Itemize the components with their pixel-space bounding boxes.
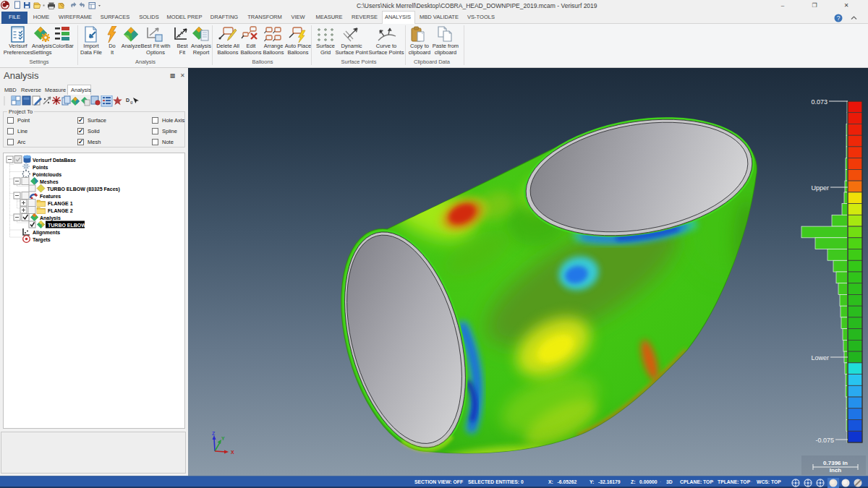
svg-text:FLANGE 2: FLANGE 2 bbox=[48, 208, 73, 213]
svg-text:Upper: Upper bbox=[811, 184, 829, 192]
svg-text:TURBO ELBOW: TURBO ELBOW bbox=[48, 223, 86, 228]
svg-text:0.7396 in: 0.7396 in bbox=[823, 460, 848, 466]
svg-text:Pointclouds: Pointclouds bbox=[33, 172, 61, 177]
svg-text:-0.075: -0.075 bbox=[815, 437, 834, 444]
svg-text:Lower: Lower bbox=[811, 354, 829, 361]
svg-text:Inch: Inch bbox=[830, 467, 842, 474]
svg-text:X: X bbox=[231, 450, 234, 455]
svg-text:Meshes: Meshes bbox=[40, 179, 59, 184]
svg-text:Z: Z bbox=[212, 431, 216, 436]
svg-text:Verisurf DataBase: Verisurf DataBase bbox=[33, 158, 76, 163]
svg-text:0.073: 0.073 bbox=[811, 98, 827, 106]
svg-text:Analysis: Analysis bbox=[40, 215, 61, 221]
svg-text:Alignments: Alignments bbox=[33, 230, 60, 236]
svg-text:D: D bbox=[126, 98, 129, 103]
svg-text:Points: Points bbox=[33, 165, 48, 170]
svg-text:g: g bbox=[130, 100, 132, 104]
svg-text:FLANGE 1: FLANGE 1 bbox=[48, 201, 73, 206]
svg-text:Features: Features bbox=[40, 194, 61, 199]
svg-text:TURBO ELBOW (83325 Faces): TURBO ELBOW (83325 Faces) bbox=[47, 187, 120, 192]
svg-text:Y: Y bbox=[221, 436, 225, 441]
svg-text:Targets: Targets bbox=[33, 237, 51, 243]
svg-text:?: ? bbox=[837, 14, 841, 22]
